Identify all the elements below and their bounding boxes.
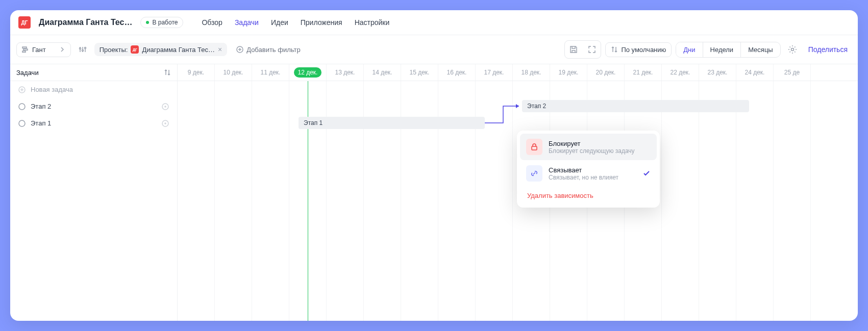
status-label: В работе	[152, 19, 178, 26]
plus-circle-icon	[236, 46, 243, 53]
gantt-area[interactable]: 9 дек.10 дек.11 дек.12 дек.13 дек.14 дек…	[178, 64, 858, 321]
date-col: 21 дек.	[625, 64, 662, 81]
svg-point-11	[165, 106, 166, 107]
nav-tabs: Обзор Задачи Идеи Приложения Настройки	[202, 18, 389, 27]
zoom-months[interactable]: Месяцы	[740, 42, 780, 57]
svg-rect-2	[22, 51, 26, 53]
date-col: 19 дек.	[550, 64, 587, 81]
gear-icon	[788, 45, 797, 54]
expand-icon	[588, 45, 596, 54]
date-col: 20 дек.	[587, 64, 625, 81]
plus-circle-icon	[18, 86, 26, 93]
date-col: 25 де	[774, 64, 811, 81]
projects-label: Проекты:	[100, 46, 128, 54]
date-col: 10 дек.	[215, 64, 252, 81]
sidebar-title: Задачи	[16, 69, 39, 77]
view-label: Гант	[32, 46, 46, 54]
zoom-weeks[interactable]: Недели	[703, 42, 741, 57]
date-col: 15 дек.	[401, 64, 438, 81]
tab-ideas[interactable]: Идеи	[271, 18, 288, 27]
lock-icon	[526, 139, 542, 155]
task-name: Этап 1	[31, 119, 51, 127]
zoom-days[interactable]: Дни	[676, 42, 702, 57]
task-row-etap2[interactable]: Этап 2	[10, 98, 177, 115]
project-badge: ДГ	[18, 16, 31, 29]
popup-delete-dependency[interactable]: Удалить зависимость	[520, 187, 657, 205]
link-icon	[526, 165, 542, 182]
gantt-icon	[22, 46, 29, 53]
chip-project-name: Диаграмма Ганта Тес…	[142, 46, 215, 54]
status-circle-icon	[18, 120, 26, 127]
date-col: 9 дек.	[178, 64, 215, 81]
popup-option-link[interactable]: Связывает Связывает, но не влияет	[520, 160, 657, 187]
date-header: 9 дек.10 дек.11 дек.12 дек.13 дек.14 дек…	[178, 64, 858, 81]
date-col: 22 дек.	[662, 64, 699, 81]
chip-project-badge: ДГ	[131, 45, 139, 54]
header: ДГ Диаграмма Ганта Тес… В работе Обзор З…	[10, 10, 858, 35]
tab-tasks[interactable]: Задачи	[235, 18, 259, 27]
toolbar: Гант Проекты: ДГ Диаграмма Ганта Тес… × …	[10, 35, 858, 64]
svg-point-12	[19, 120, 25, 126]
save-icon	[569, 45, 578, 54]
gantt-bars: Этап 2 Этап 1	[178, 81, 858, 132]
tab-settings[interactable]: Настройки	[355, 18, 390, 27]
filter-settings-button[interactable]	[75, 42, 90, 57]
dependency-popup: Блокирует Блокирует следующую задачу Свя…	[517, 131, 660, 208]
task-row-etap1[interactable]: Этап 1	[10, 115, 177, 132]
status-badge[interactable]: В работе	[140, 17, 183, 28]
date-col: 18 дек.	[513, 64, 550, 81]
add-filter-button[interactable]: Добавить фильтр	[231, 43, 306, 57]
date-col: 11 дек.	[252, 64, 289, 81]
task-action-icon[interactable]	[162, 103, 169, 110]
view-selector[interactable]: Гант	[16, 42, 71, 57]
date-col: 23 дек.	[699, 64, 736, 81]
task-name: Этап 2	[31, 103, 51, 110]
view-actions	[564, 40, 601, 59]
content: Задачи Новая задача Этап 2 Этап 1 9 дек.…	[10, 64, 858, 321]
task-sidebar: Задачи Новая задача Этап 2 Этап 1	[10, 64, 178, 321]
gantt-bar-etap2[interactable]: Этап 2	[522, 100, 749, 112]
date-col: 24 дек.	[736, 64, 774, 81]
share-button[interactable]: Поделиться	[804, 45, 852, 54]
add-filter-label: Добавить фильтр	[246, 46, 301, 54]
project-title: Диаграмма Ганта Тес…	[39, 18, 132, 27]
gantt-bar-etap1[interactable]: Этап 1	[299, 117, 485, 129]
svg-point-14	[165, 123, 166, 124]
date-col: 12 дек.	[289, 64, 327, 81]
svg-rect-0	[22, 47, 27, 48]
sort-button[interactable]: По умолчанию	[605, 42, 672, 57]
popup-block-sub: Блокирует следующую задачу	[549, 147, 651, 155]
chip-close-icon[interactable]: ×	[218, 45, 222, 54]
date-col: 16 дек.	[438, 64, 476, 81]
new-task-label: Новая задача	[31, 86, 73, 93]
new-task-row[interactable]: Новая задача	[10, 81, 177, 98]
svg-point-5	[84, 47, 86, 49]
svg-point-4	[82, 50, 83, 52]
svg-point-7	[791, 48, 793, 51]
sort-arrows-icon	[611, 46, 618, 53]
zoom-segmented: Дни Недели Месяцы	[676, 42, 780, 58]
svg-point-3	[79, 48, 81, 49]
settings-button[interactable]	[785, 42, 800, 57]
tab-overview[interactable]: Обзор	[202, 18, 222, 27]
sidebar-heading: Задачи	[10, 64, 177, 81]
popup-link-sub: Связывает, но не влияет	[549, 174, 636, 181]
svg-rect-1	[23, 49, 28, 50]
sliders-icon	[79, 45, 87, 54]
task-action-icon[interactable]	[162, 120, 169, 127]
app-window: ДГ Диаграмма Ганта Тес… В работе Обзор З…	[10, 10, 858, 321]
status-dot-icon	[146, 21, 149, 24]
date-col: 13 дек.	[327, 64, 364, 81]
save-view-button[interactable]	[566, 42, 581, 57]
check-icon	[642, 169, 651, 177]
date-col: 17 дек.	[476, 64, 513, 81]
date-col: 14 дек.	[364, 64, 401, 81]
sort-label: По умолчанию	[621, 46, 666, 54]
popup-option-block[interactable]: Блокирует Блокирует следующую задачу	[520, 134, 657, 160]
task-sort-icon[interactable]	[164, 69, 171, 76]
tab-apps[interactable]: Приложения	[301, 18, 342, 27]
fullscreen-button[interactable]	[584, 42, 600, 57]
svg-rect-15	[532, 146, 537, 150]
projects-filter-chip[interactable]: Проекты: ДГ Диаграмма Ганта Тес… ×	[94, 43, 228, 56]
popup-block-title: Блокирует	[549, 140, 651, 147]
